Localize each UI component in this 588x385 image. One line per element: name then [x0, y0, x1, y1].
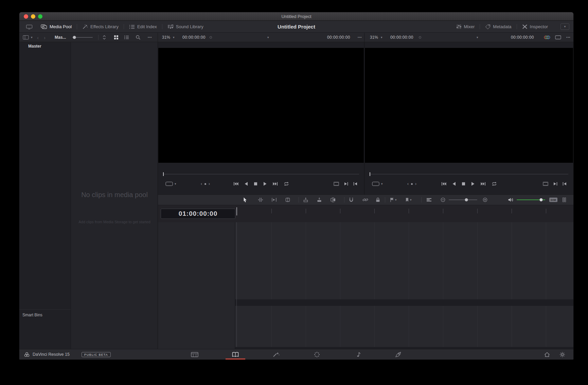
selection-mode-button[interactable]: [243, 197, 247, 203]
step-in-icon[interactable]: ‹: [201, 181, 202, 186]
timeline-video-canvas[interactable]: [365, 48, 573, 163]
search-button[interactable]: [136, 35, 141, 40]
speaker-icon[interactable]: [508, 197, 514, 202]
audio-track-zone[interactable]: [271, 306, 573, 347]
video-track-zone[interactable]: [271, 222, 573, 299]
page-button-edit[interactable]: [215, 349, 256, 360]
timeline-zoom-select[interactable]: 31%: [370, 35, 378, 40]
metadata-toggle[interactable]: Metadata: [482, 21, 514, 32]
smart-bins-section[interactable]: Smart Bins: [19, 309, 71, 317]
bin-sidebar-toggle[interactable]: [23, 35, 29, 40]
workspace-button[interactable]: [23, 21, 36, 32]
goto-in-icon[interactable]: [353, 182, 357, 186]
source-video-canvas[interactable]: [158, 48, 364, 163]
position-lock-button[interactable]: [376, 197, 380, 203]
media-pool-toggle[interactable]: Media Pool: [38, 21, 75, 32]
dim-audio-button[interactable]: DIM: [549, 198, 557, 202]
dynamic-trim-button[interactable]: [271, 197, 277, 202]
bin-forward-button[interactable]: ›: [44, 35, 46, 40]
source-zoom-select[interactable]: 31%: [162, 35, 170, 40]
timeline-viewer-options-button[interactable]: •••: [566, 36, 570, 39]
bin-item-master[interactable]: Master: [28, 44, 41, 49]
timeline-zoom-slider[interactable]: [449, 199, 477, 200]
sort-order-button[interactable]: [102, 35, 106, 40]
edit-index-toggle[interactable]: Edit Index: [126, 21, 160, 32]
cinema-viewer-icon[interactable]: [165, 181, 173, 186]
thumbnail-size-slider[interactable]: [72, 37, 93, 38]
bin-view-chevron[interactable]: ▾: [31, 36, 33, 39]
zoom-button[interactable]: [38, 14, 42, 19]
play-button[interactable]: [471, 182, 475, 186]
playhead-marker[interactable]: [236, 207, 237, 215]
minimize-button[interactable]: [31, 14, 35, 19]
source-options-button[interactable]: •••: [358, 36, 362, 39]
play-reverse-button[interactable]: [452, 182, 456, 186]
blade-mode-button[interactable]: [285, 197, 290, 202]
source-playhead-handle[interactable]: [163, 172, 164, 176]
dual-display-icon[interactable]: [555, 35, 561, 40]
page-button-media[interactable]: [174, 349, 215, 360]
step-out-icon[interactable]: ›: [209, 181, 210, 186]
match-frame-icon[interactable]: [543, 182, 548, 186]
project-manager-home-button[interactable]: [544, 352, 550, 357]
zoom-in-button[interactable]: [483, 197, 487, 202]
overwrite-clip-button[interactable]: [317, 197, 322, 203]
close-button[interactable]: [24, 14, 28, 19]
first-frame-button[interactable]: [233, 182, 238, 186]
match-frame-icon[interactable]: [334, 182, 339, 186]
viewer-mode-chevron[interactable]: ▾: [381, 182, 383, 186]
page-button-deliver[interactable]: [378, 349, 419, 360]
mixer-toggle[interactable]: Mixer: [453, 21, 478, 32]
trim-mode-button[interactable]: [257, 197, 264, 202]
goto-in-icon[interactable]: [563, 182, 567, 186]
page-button-fairlight[interactable]: [337, 349, 378, 360]
workspace-overflow-button[interactable]: ▾: [560, 23, 569, 30]
first-frame-button[interactable]: [441, 182, 446, 186]
color-wheels-icon[interactable]: [544, 35, 550, 40]
marker-button[interactable]: ▾: [405, 197, 412, 202]
page-button-fusion[interactable]: [256, 349, 297, 360]
sound-library-toggle[interactable]: Sound Library: [164, 21, 207, 32]
timeline-tracks-area[interactable]: [158, 222, 573, 349]
snapping-button[interactable]: [349, 197, 354, 203]
grid-view-button[interactable]: [114, 35, 119, 40]
media-pool-options-button[interactable]: •••: [148, 36, 152, 39]
insert-clip-button[interactable]: [303, 197, 308, 203]
audio-level-slider[interactable]: [517, 199, 545, 200]
source-clip-dropdown[interactable]: ▾: [267, 36, 269, 39]
bin-back-button[interactable]: ‹: [37, 35, 39, 40]
replace-clip-button[interactable]: [331, 197, 336, 203]
goto-out-icon[interactable]: [344, 182, 348, 186]
cinema-viewer-icon[interactable]: [372, 181, 379, 186]
play-button[interactable]: [263, 182, 267, 186]
timeline-scrub-bar[interactable]: [370, 174, 568, 174]
timeline-playhead-handle[interactable]: [370, 172, 370, 176]
flag-button[interactable]: ▾: [390, 197, 397, 202]
loop-button[interactable]: [492, 182, 497, 186]
viewer-mode-chevron[interactable]: ▾: [175, 182, 176, 186]
stop-button[interactable]: [254, 182, 257, 186]
step-in-icon[interactable]: ‹: [407, 181, 409, 186]
last-frame-button[interactable]: [481, 182, 486, 186]
timeline-view-options-button[interactable]: [426, 198, 432, 202]
play-reverse-button[interactable]: [244, 182, 248, 186]
audio-meters-icon[interactable]: [562, 197, 566, 202]
settings-gear-button[interactable]: [559, 352, 565, 357]
timeline-ruler[interactable]: 01:00:00:00: [158, 205, 573, 222]
timeline-zoom-chevron[interactable]: ▾: [381, 36, 382, 39]
stop-button[interactable]: [462, 182, 465, 186]
source-scrub-bar[interactable]: [163, 174, 359, 174]
page-button-color[interactable]: [297, 349, 337, 360]
last-frame-button[interactable]: [273, 182, 278, 186]
inspector-toggle[interactable]: Inspector: [519, 21, 551, 32]
step-out-icon[interactable]: ›: [415, 181, 416, 186]
zoom-out-button[interactable]: [441, 197, 445, 202]
goto-out-icon[interactable]: [553, 182, 557, 186]
timeline-select-dropdown[interactable]: ▾: [477, 36, 478, 39]
track-header-column[interactable]: [158, 222, 235, 349]
source-zoom-chevron[interactable]: ▾: [173, 36, 175, 39]
linked-selection-button[interactable]: [362, 197, 368, 202]
effects-library-toggle[interactable]: Effects Library: [79, 21, 122, 32]
media-pool-clips-area[interactable]: No clips in media pool Add clips from Me…: [71, 42, 158, 349]
loop-button[interactable]: [284, 182, 289, 186]
